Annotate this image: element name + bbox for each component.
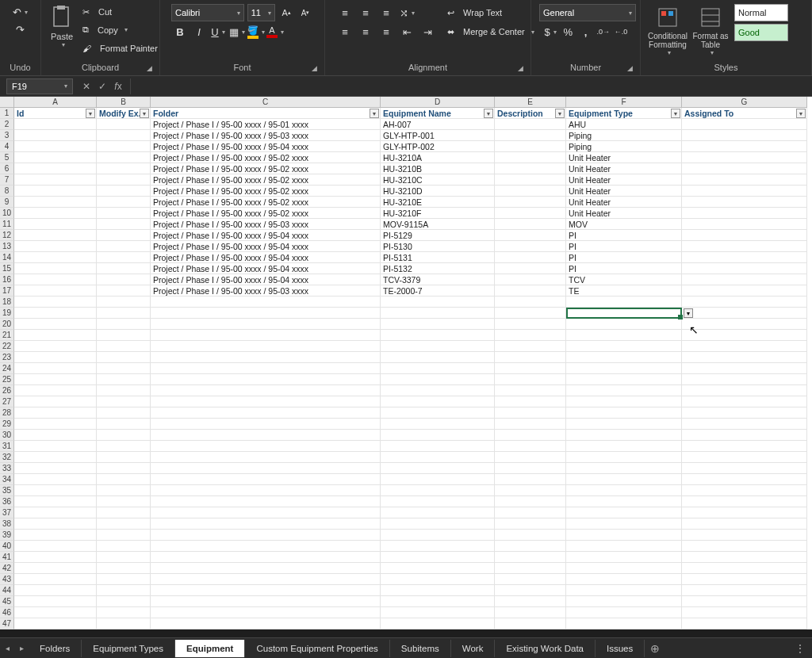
- grid-cell[interactable]: Project / Phase I / 95-00 xxxx / 95-02 x…: [151, 152, 381, 163]
- filter-dropdown-icon[interactable]: ▼: [370, 109, 379, 118]
- row-header[interactable]: 18: [0, 296, 14, 308]
- grid-cell[interactable]: [682, 285, 807, 296]
- grid-cell[interactable]: [151, 474, 381, 485]
- row-header[interactable]: 30: [0, 430, 14, 441]
- grid-cell[interactable]: [566, 507, 682, 518]
- grid-cell[interactable]: [495, 452, 566, 463]
- grid-cell[interactable]: [566, 563, 682, 574]
- grid-cell[interactable]: [682, 230, 807, 241]
- grid-cell[interactable]: [381, 596, 495, 607]
- grid-cell[interactable]: [14, 496, 97, 507]
- grid-cell[interactable]: [381, 585, 495, 596]
- accounting-format-button[interactable]: $▾: [542, 23, 558, 40]
- font-color-button[interactable]: A▾: [266, 23, 284, 40]
- grid-cell[interactable]: [495, 141, 566, 152]
- grid-cell[interactable]: Project / Phase I / 95-00 xxxx / 95-04 x…: [151, 274, 381, 285]
- add-sheet-button[interactable]: ⊕: [645, 642, 665, 655]
- grid-cell[interactable]: [682, 208, 807, 219]
- grid-cell[interactable]: [495, 263, 566, 274]
- grid-cell[interactable]: [495, 518, 566, 530]
- percent-format-button[interactable]: %: [560, 23, 576, 40]
- grid-cell[interactable]: [495, 130, 566, 141]
- grid-cell[interactable]: [14, 585, 97, 596]
- grid-cell[interactable]: PI-5132: [381, 263, 495, 274]
- grid-cell[interactable]: [97, 596, 151, 607]
- grid-cell[interactable]: [381, 518, 495, 530]
- grid-cell[interactable]: Piping: [566, 141, 682, 152]
- grid-cell[interactable]: [14, 618, 97, 629]
- number-launcher-icon[interactable]: ◢: [627, 64, 637, 74]
- grid-cell[interactable]: [495, 607, 566, 618]
- grid-cell[interactable]: [97, 319, 151, 330]
- italic-button[interactable]: I: [190, 23, 208, 40]
- grid-cell[interactable]: Piping: [566, 130, 682, 141]
- formula-input[interactable]: [130, 78, 812, 94]
- row-header[interactable]: 46: [0, 607, 14, 618]
- row-header[interactable]: 2: [0, 119, 14, 130]
- grid-cell[interactable]: [97, 474, 151, 485]
- grid-cell[interactable]: PI-5130: [381, 241, 495, 252]
- row-header[interactable]: 11: [0, 219, 14, 230]
- grid-cell[interactable]: [682, 219, 807, 230]
- grid-cell[interactable]: [97, 274, 151, 285]
- row-header[interactable]: 22: [0, 341, 14, 352]
- sheet-tab[interactable]: Folders: [29, 640, 82, 657]
- grid-cell[interactable]: [566, 474, 682, 485]
- grid-cell[interactable]: Unit Heater: [566, 186, 682, 197]
- grid-cell[interactable]: [14, 607, 97, 618]
- cancel-formula-icon[interactable]: ✕: [79, 81, 94, 92]
- grid-cell[interactable]: [381, 574, 495, 585]
- grid-cell[interactable]: [682, 541, 807, 552]
- grid-cell[interactable]: [14, 319, 97, 330]
- tab-nav-last-icon[interactable]: ▸: [14, 640, 29, 657]
- grid-cell[interactable]: [566, 407, 682, 419]
- table-header-cell[interactable]: Description▼: [495, 108, 566, 119]
- grid-cell[interactable]: [495, 430, 566, 441]
- paste-button[interactable]: Paste▾: [49, 3, 75, 48]
- row-header[interactable]: 14: [0, 252, 14, 263]
- wrap-text-button[interactable]: ↩ Wrap Text: [444, 4, 538, 21]
- grid-cell[interactable]: [495, 419, 566, 430]
- row-header[interactable]: 25: [0, 374, 14, 385]
- grid-cell[interactable]: [151, 585, 381, 596]
- grid-cell[interactable]: [682, 574, 807, 585]
- grid-cell[interactable]: [682, 119, 807, 130]
- data-validation-dropdown-icon[interactable]: ▼: [684, 308, 693, 318]
- table-header-cell[interactable]: Equipment Type▼: [566, 108, 682, 119]
- grid-cell[interactable]: [14, 274, 97, 285]
- grid-cell[interactable]: [97, 441, 151, 452]
- grid-cell[interactable]: [97, 341, 151, 352]
- grid-cell[interactable]: Project / Phase I / 95-00 xxxx / 95-02 x…: [151, 186, 381, 197]
- grid-cell[interactable]: [14, 452, 97, 463]
- grid-cell[interactable]: [151, 363, 381, 374]
- grid-cell[interactable]: [151, 385, 381, 396]
- font-size-combo[interactable]: 11▾: [247, 4, 275, 21]
- grid-cell[interactable]: [381, 330, 495, 341]
- grid-cell[interactable]: [495, 618, 566, 629]
- grid-cell[interactable]: Project / Phase I / 95-00 xxxx / 95-01 x…: [151, 119, 381, 130]
- grid-cell[interactable]: [381, 441, 495, 452]
- row-header[interactable]: 45: [0, 596, 14, 607]
- row-header[interactable]: 21: [0, 330, 14, 341]
- grid-cell[interactable]: [14, 252, 97, 263]
- grid-cell[interactable]: [97, 208, 151, 219]
- copy-button[interactable]: ⧉ Copy▾: [79, 21, 161, 39]
- grid-cell[interactable]: [151, 518, 381, 530]
- grid-cell[interactable]: [97, 119, 151, 130]
- grid-cell[interactable]: Project / Phase I / 95-00 xxxx / 95-04 x…: [151, 241, 381, 252]
- grid-cell[interactable]: [14, 186, 97, 197]
- grid-cell[interactable]: [495, 574, 566, 585]
- grid-cell[interactable]: [682, 452, 807, 463]
- orientation-button[interactable]: ⤭▾: [398, 4, 416, 21]
- redo-button[interactable]: ↷: [12, 21, 29, 39]
- grid-cell[interactable]: [381, 485, 495, 496]
- grid-cell[interactable]: [381, 319, 495, 330]
- grid-cell[interactable]: [566, 385, 682, 396]
- row-header[interactable]: 4: [0, 141, 14, 152]
- grid-cell[interactable]: [682, 407, 807, 419]
- row-header[interactable]: 5: [0, 152, 14, 163]
- align-top-button[interactable]: ≡: [336, 4, 354, 21]
- grid-cell[interactable]: [151, 396, 381, 407]
- row-header[interactable]: 41: [0, 552, 14, 563]
- grid-cell[interactable]: [495, 308, 566, 319]
